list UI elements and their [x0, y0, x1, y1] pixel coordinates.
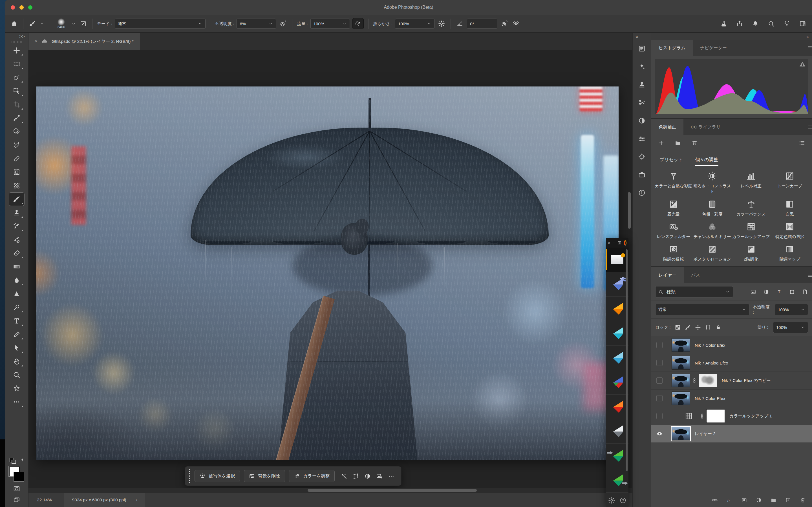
brush-tool-icon[interactable] — [28, 19, 37, 28]
eyedropper-tool[interactable] — [9, 112, 24, 124]
mask-link-icon[interactable] — [690, 378, 699, 383]
quick-mask-icon[interactable] — [12, 485, 21, 493]
new-layer-icon[interactable] — [785, 497, 791, 503]
adjustment-adj-invert[interactable]: 階調の反転 — [654, 242, 693, 263]
layer-row[interactable]: Nik 7 Color Efex — [651, 390, 812, 407]
adjustment-adj-poster[interactable]: ポスタリゼーション — [693, 242, 732, 263]
gradient-tool[interactable] — [9, 260, 24, 273]
zoom-tool[interactable] — [9, 369, 24, 381]
panel-info-icon[interactable] — [636, 186, 649, 199]
panel-clone-source-icon[interactable] — [636, 150, 649, 163]
lock-move-icon[interactable] — [695, 325, 701, 330]
adjustment-adj-mixer[interactable]: チャンネルミキサー — [693, 220, 732, 240]
hints-icon[interactable] — [782, 19, 792, 29]
histogram-tab-1[interactable]: ナビゲーター — [693, 40, 734, 56]
healing-brush-tool[interactable] — [9, 152, 24, 165]
horizontal-scrollbar-track[interactable] — [29, 488, 632, 493]
nik-export[interactable] — [606, 468, 628, 493]
default-colors-icon[interactable] — [10, 458, 16, 464]
crop-tool[interactable] — [9, 98, 24, 111]
new-adjustment-icon[interactable] — [756, 497, 762, 503]
visibility-toggle[interactable] — [656, 378, 663, 384]
visibility-toggle[interactable] — [656, 342, 663, 348]
layer-thumbnail[interactable] — [672, 338, 690, 352]
layer-thumbnail[interactable] — [672, 392, 690, 405]
pressure-size-icon[interactable] — [500, 19, 509, 28]
filter-adjustment-icon[interactable] — [763, 289, 769, 295]
adjust-color-button[interactable]: カラーを調整 — [289, 470, 335, 482]
adjustment-adj-lens[interactable]: レンズフィルター — [654, 220, 693, 240]
layer-thumbnail[interactable] — [672, 374, 690, 387]
lut-layer-icon[interactable] — [680, 412, 698, 420]
zoom-level[interactable]: 22.14% — [37, 497, 52, 503]
panel-stamp-icon[interactable] — [636, 78, 649, 91]
nik-help-icon[interactable] — [619, 497, 626, 504]
background-color-swatch[interactable] — [13, 472, 24, 482]
panel-menu-icon[interactable] — [807, 124, 812, 130]
taskbar-drag-handle[interactable] — [189, 469, 190, 483]
brush-angle-input[interactable]: 0° — [467, 18, 497, 29]
layer-row[interactable]: Nik 7 Analog Efex — [651, 354, 812, 372]
layer-mask-thumbnail[interactable] — [699, 374, 717, 387]
sharpen-tool[interactable] — [9, 287, 24, 300]
more-tools[interactable] — [9, 395, 24, 408]
delete-icon[interactable] — [691, 140, 698, 146]
visibility-toggle[interactable] — [656, 395, 663, 401]
adjustment-adj-balance[interactable]: カラーバランス — [732, 197, 770, 218]
nik-color-efex[interactable] — [606, 321, 628, 346]
layer-row[interactable]: Nik 7 Color Efex — [651, 336, 812, 354]
smoothing-select[interactable]: 100% — [395, 18, 435, 29]
nik-minimize-icon[interactable]: − — [613, 240, 615, 245]
brush-settings-panel-icon[interactable] — [79, 19, 88, 28]
remove-tool[interactable] — [9, 125, 24, 138]
panel-menu-icon[interactable] — [807, 45, 812, 51]
adjustment-adj-curves[interactable]: トーンカーブ — [770, 169, 809, 195]
panel-properties-icon[interactable] — [636, 42, 649, 55]
lock-transparency-icon[interactable] — [675, 325, 680, 330]
layer-row[interactable]: カラールックアップ 1 — [651, 407, 812, 425]
nik-close-icon[interactable]: × — [608, 240, 610, 245]
airbrush-icon[interactable] — [352, 18, 364, 29]
selection-brush-tool[interactable] — [9, 71, 24, 84]
layer-name[interactable]: Nik 7 Color Efex のコピー — [722, 378, 771, 383]
list-view-icon[interactable] — [799, 140, 805, 146]
layer-opacity-select[interactable]: 100% — [775, 304, 808, 315]
blend-mode-select[interactable]: 通常 — [115, 18, 206, 29]
clone-stamp-tool[interactable] — [9, 206, 24, 219]
nik-gear-icon[interactable] — [608, 497, 615, 504]
adjustment-adj-selective[interactable]: 特定色域の選択 — [770, 220, 809, 240]
layer-mask-thumbnail[interactable] — [706, 409, 725, 423]
adjustment-icon[interactable] — [362, 471, 372, 481]
path-select-tool[interactable] — [9, 341, 24, 354]
chevron-down-icon[interactable] — [40, 19, 45, 28]
toolbar-grip[interactable] — [11, 41, 22, 43]
vertical-scrollbar[interactable] — [628, 192, 631, 229]
pen-tool[interactable] — [9, 328, 24, 341]
layer-row[interactable]: Nik 7 Color Efex のコピー — [651, 372, 812, 390]
pressure-opacity-icon[interactable] — [278, 19, 288, 28]
lock-all-icon[interactable] — [715, 325, 721, 330]
visibility-toggle[interactable] — [656, 360, 663, 366]
dock-collapse-icon[interactable]: « — [636, 34, 638, 40]
hand-tool[interactable] — [9, 355, 24, 368]
dodge-tool[interactable] — [9, 301, 24, 314]
remove-background-button[interactable]: 背景を削除 — [244, 470, 285, 482]
layer-thumbnail[interactable] — [672, 427, 690, 441]
transform-icon[interactable] — [350, 471, 361, 481]
brush-preset-picker[interactable]: 2400 — [54, 18, 68, 29]
adjustment-adj-brightness[interactable]: 明るさ・コントラスト — [693, 169, 732, 195]
chevron-down-icon[interactable] — [71, 19, 76, 28]
filter-shape-icon[interactable] — [789, 289, 795, 295]
panel-sliders-icon[interactable] — [636, 132, 649, 145]
select-subject-button[interactable]: 被写体を選択 — [195, 470, 240, 482]
nik-dfine[interactable] — [606, 272, 628, 297]
flow-select[interactable]: 100% — [310, 18, 350, 29]
filter-smart-object-icon[interactable] — [802, 289, 808, 295]
delete-layer-icon[interactable] — [800, 497, 806, 503]
add-adjustment-icon[interactable] — [658, 140, 665, 146]
presets-tab-1[interactable]: 個々の調整 — [690, 152, 723, 167]
layers-tab-1[interactable]: パス — [684, 267, 707, 283]
filter-image-icon[interactable] — [750, 289, 756, 295]
frame-tool[interactable] — [9, 166, 24, 179]
nik-analog-efex[interactable] — [606, 297, 628, 321]
